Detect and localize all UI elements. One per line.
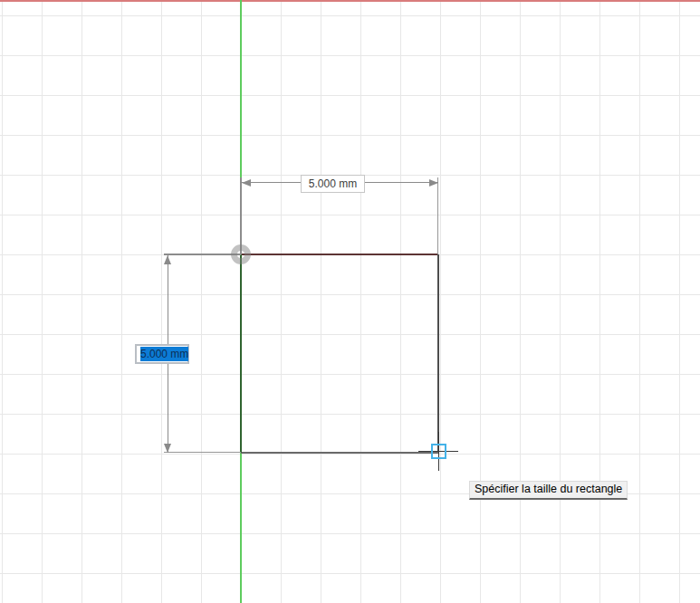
arrowhead-right-icon <box>429 179 438 187</box>
arrowhead-down-icon <box>164 444 171 453</box>
arrowhead-left-icon <box>242 179 251 187</box>
rectangle-right-edge <box>437 254 439 453</box>
arrowhead-up-icon <box>164 255 171 264</box>
rectangle-bottom-edge <box>241 452 438 454</box>
dimension-height-input[interactable]: 5.000 mm <box>135 344 189 364</box>
origin-point-icon[interactable] <box>231 244 251 264</box>
snap-rectangle-icon <box>431 444 446 459</box>
selected-dimension-text: 5.000 mm <box>140 347 188 361</box>
x-axis-line <box>0 0 700 2</box>
dimension-width-label[interactable]: 5.000 mm <box>301 175 365 193</box>
width-dim-extension-right <box>437 177 438 254</box>
height-dim-extension-top <box>164 254 241 255</box>
width-dim-extension-left <box>240 177 242 254</box>
sketch-canvas[interactable]: 5.000 mm 5.000 mm Spécifier la taille du… <box>0 0 700 603</box>
rectangle-left-edge <box>240 254 242 453</box>
height-dim-extension-bottom <box>164 452 241 453</box>
rectangle-top-edge <box>241 254 438 255</box>
tooltip: Spécifier la taille du rectangle <box>469 481 628 500</box>
